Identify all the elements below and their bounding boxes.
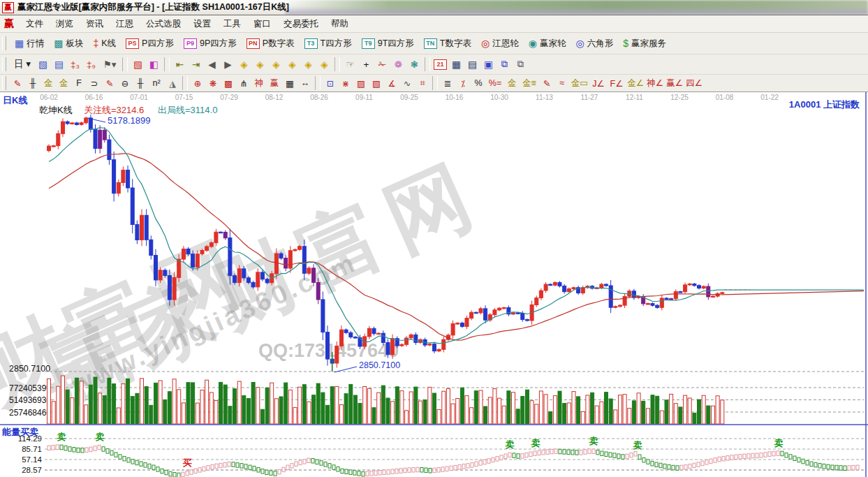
tool-icon[interactable]: ❋ bbox=[206, 77, 220, 89]
tool-icon[interactable]: ✎ bbox=[103, 77, 117, 89]
menu-item[interactable]: 公式选股 bbox=[140, 18, 187, 30]
menu-item[interactable]: 江恩 bbox=[110, 18, 140, 30]
tool-icon[interactable]: ↔ bbox=[298, 77, 312, 89]
tool-icon[interactable]: % bbox=[471, 77, 485, 89]
chart-area[interactable]: 赢家财富网 赢家财富网 www.yingjia360.com QQ:173145… bbox=[0, 92, 868, 477]
tool-icon[interactable]: 赢∠ bbox=[665, 77, 684, 89]
tool-icon[interactable]: + bbox=[359, 57, 374, 72]
tool-icon[interactable]: ⋔ bbox=[237, 77, 251, 89]
tool-icon[interactable]: ⌗ bbox=[415, 77, 429, 89]
feature-button[interactable]: ◎ 江恩轮 bbox=[476, 34, 524, 52]
tool-icon[interactable]: ◧ bbox=[147, 57, 161, 72]
tool-icon[interactable] bbox=[182, 76, 188, 90]
menu-item[interactable]: 浏览 bbox=[50, 18, 80, 30]
tool-icon[interactable]: ▶ bbox=[221, 57, 235, 72]
tool-icon[interactable]: ⇤ bbox=[172, 57, 187, 72]
tool-icon[interactable]: ◈ bbox=[269, 57, 284, 72]
tool-icon[interactable] bbox=[425, 57, 430, 71]
tool-icon[interactable]: ≈ bbox=[555, 77, 569, 89]
tool-icon[interactable]: 神∠ bbox=[646, 77, 664, 89]
tool-icon[interactable]: ❃ bbox=[407, 57, 422, 72]
tool-icon[interactable]: ◮ bbox=[165, 77, 179, 89]
tool-icon[interactable]: ▧ bbox=[36, 57, 50, 72]
tool-icon[interactable]: 金≡ bbox=[520, 77, 538, 89]
tool-icon[interactable] bbox=[432, 76, 438, 90]
tool-icon[interactable]: ☞ bbox=[343, 57, 358, 72]
menu-item[interactable]: 文件 bbox=[20, 18, 50, 30]
toolbar-grip[interactable] bbox=[2, 76, 6, 90]
tool-icon[interactable]: n² bbox=[149, 77, 164, 89]
feature-button[interactable]: T3 T四方形 bbox=[300, 34, 357, 52]
tool-icon[interactable]: 金 bbox=[505, 77, 519, 89]
feature-button[interactable]: T9 9T四方形 bbox=[357, 34, 419, 52]
tool-icon[interactable]: ∿ bbox=[400, 77, 414, 89]
menu-item[interactable]: 资讯 bbox=[80, 18, 110, 30]
tool-icon[interactable]: ╫ bbox=[133, 77, 147, 89]
menu-item[interactable]: 窗口 bbox=[247, 18, 277, 30]
menu-item[interactable]: 帮助 bbox=[325, 18, 355, 30]
tool-icon[interactable]: ▨ bbox=[354, 77, 368, 89]
tool-icon[interactable]: 21 bbox=[433, 57, 448, 72]
feature-button[interactable]: P9 9P四方形 bbox=[179, 34, 242, 52]
tool-icon[interactable]: 赢 bbox=[267, 77, 281, 89]
tool-icon[interactable]: ▩ bbox=[221, 77, 235, 89]
feature-button[interactable]: PS P四方形 bbox=[121, 34, 179, 52]
tool-icon[interactable] bbox=[334, 57, 340, 71]
tool-icon[interactable]: 金 bbox=[57, 77, 71, 89]
tool-icon[interactable]: 日 ▾ bbox=[10, 57, 34, 72]
tool-icon[interactable]: ◈ bbox=[253, 57, 267, 72]
tool-icon[interactable]: ▤ bbox=[465, 57, 480, 72]
tool-icon[interactable]: ◀ bbox=[205, 57, 219, 72]
tool-icon[interactable]: ▧ bbox=[131, 57, 145, 72]
tool-icon[interactable]: 金▭ bbox=[571, 77, 589, 89]
tool-icon[interactable]: ╫ bbox=[26, 77, 40, 89]
tool-icon[interactable]: 金 bbox=[41, 77, 55, 89]
toolbar-grip[interactable] bbox=[2, 57, 6, 71]
tool-icon[interactable]: ⧉ bbox=[497, 57, 512, 72]
feature-button[interactable]: ▩ 板块 bbox=[49, 34, 88, 52]
tool-icon[interactable]: ⇥ bbox=[189, 57, 203, 72]
tool-icon[interactable]: ∡ bbox=[385, 77, 399, 89]
tool-icon[interactable]: ✎ bbox=[10, 77, 24, 89]
tool-icon[interactable]: ✎ bbox=[540, 77, 554, 89]
tool-icon[interactable]: ⚑▾ bbox=[100, 57, 119, 72]
chart-canvas[interactable]: 06-0206-1607-0107-1507-2908-1208-2609-11… bbox=[0, 92, 868, 477]
tool-icon[interactable]: ◈ bbox=[285, 57, 300, 72]
tool-icon[interactable] bbox=[122, 57, 128, 71]
tool-icon[interactable]: ◈ bbox=[237, 57, 251, 72]
tool-icon[interactable]: ▤ bbox=[52, 57, 66, 72]
tool-icon[interactable]: ◈ bbox=[317, 57, 332, 72]
menu-item[interactable]: 设置 bbox=[187, 18, 217, 30]
feature-button[interactable]: TN T数字表 bbox=[419, 34, 476, 52]
feature-button[interactable]: ◎ 六角形 bbox=[571, 34, 618, 52]
feature-button[interactable]: ‡ K线 bbox=[88, 34, 121, 52]
tool-icon[interactable]: ⊖ bbox=[118, 77, 132, 89]
tool-icon[interactable]: ⋇ bbox=[339, 77, 353, 89]
tool-icon[interactable]: ◈ bbox=[301, 57, 316, 72]
menu-item[interactable]: 交易委托 bbox=[277, 18, 325, 30]
tool-icon[interactable]: ▦ bbox=[283, 77, 297, 89]
feature-button[interactable]: $ 赢家服务 bbox=[618, 34, 671, 52]
tool-icon[interactable]: ⊡ bbox=[323, 77, 337, 89]
tool-icon[interactable]: ▦ bbox=[449, 57, 464, 72]
tool-icon[interactable]: ⁒ bbox=[456, 77, 470, 89]
tool-icon[interactable]: ≣ bbox=[441, 77, 455, 89]
tool-icon[interactable]: %= bbox=[487, 77, 503, 89]
tool-icon[interactable]: ⊃ bbox=[87, 77, 101, 89]
feature-button[interactable]: ◉ 赢家轮 bbox=[524, 34, 571, 52]
tool-icon[interactable]: ⊕ bbox=[191, 77, 205, 89]
tool-icon[interactable]: 四∠ bbox=[685, 77, 703, 89]
tool-icon[interactable]: ‡₉ bbox=[84, 57, 98, 72]
tool-icon[interactable]: ❁ bbox=[391, 57, 406, 72]
toolbar-grip[interactable] bbox=[2, 36, 6, 50]
tool-icon[interactable]: ✁ bbox=[375, 57, 390, 72]
tool-icon[interactable]: F∠ bbox=[608, 77, 625, 89]
tool-icon[interactable]: 神 bbox=[252, 77, 266, 89]
tool-icon[interactable]: F bbox=[72, 77, 86, 89]
tool-icon[interactable] bbox=[315, 76, 321, 90]
tool-icon[interactable]: ▣ bbox=[481, 57, 496, 72]
tool-icon[interactable]: ‡₃ bbox=[68, 57, 82, 72]
feature-button[interactable]: PN P数字表 bbox=[242, 34, 300, 52]
tool-icon[interactable]: 金∠ bbox=[626, 77, 645, 89]
tool-icon[interactable]: ⧉ bbox=[513, 57, 528, 72]
